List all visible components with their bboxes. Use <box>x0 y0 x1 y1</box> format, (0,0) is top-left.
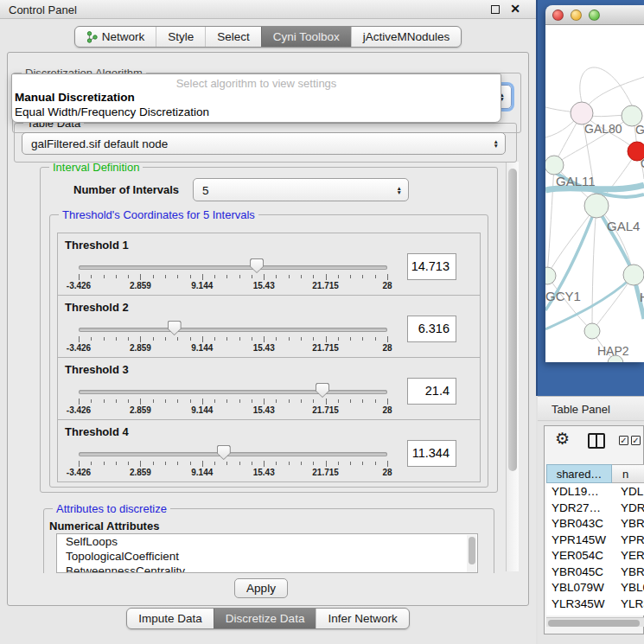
network-icon <box>86 31 98 43</box>
checkbox-icon[interactable]: ✓ <box>631 436 641 445</box>
cell-name[interactable]: YLR3 <box>612 596 644 612</box>
cell-name[interactable]: YPR1 <box>612 532 644 548</box>
numerical-attributes-list[interactable]: SelfLoopsTopologicalCoefficientBetweenne… <box>56 533 478 573</box>
slider-handle[interactable] <box>168 321 182 335</box>
cell-shared-name[interactable]: YIL052C <box>546 611 612 615</box>
tab-style[interactable]: Style <box>156 27 205 47</box>
threshold-value-field[interactable]: 21.4 <box>407 378 456 405</box>
slider-handle[interactable] <box>217 445 231 460</box>
close-icon[interactable]: ✕ <box>510 2 520 16</box>
table-row[interactable]: YBR043CYBR0 <box>546 515 644 532</box>
network-edge-highlighted[interactable] <box>545 277 632 329</box>
table-horizontal-scrollbar[interactable] <box>546 617 644 627</box>
minimize-traffic-light-icon[interactable] <box>571 10 582 21</box>
tab-label: Network <box>102 30 145 43</box>
table-data-combobox[interactable]: galFiltered.sif default node ▲▼ <box>22 132 506 155</box>
table-scrollbar-thumb[interactable] <box>548 620 640 627</box>
table-row[interactable]: YLR345WYLR3 <box>546 596 644 612</box>
attribute-item-topologicalcoefficient[interactable]: TopologicalCoefficient <box>57 549 477 564</box>
table-row[interactable]: YBR045CYBR0 <box>546 564 644 580</box>
tab-label: Style <box>168 30 194 43</box>
column-header-shared-name[interactable]: shared… <box>546 464 612 483</box>
tab-infer-network[interactable]: Infer Network <box>316 609 408 628</box>
slider-track[interactable] <box>79 265 387 270</box>
cell-shared-name[interactable]: YER054C <box>546 547 612 564</box>
apply-button[interactable]: Apply <box>234 578 288 598</box>
cell-name[interactable]: YBR0 <box>612 564 644 580</box>
cell-name[interactable]: YBR0 <box>612 515 644 532</box>
network-node-h[interactable] <box>623 265 644 285</box>
number-of-intervals-combobox[interactable]: 5 ▲▼ <box>193 178 409 201</box>
columns-icon[interactable] <box>588 433 605 449</box>
attribute-item-betweennesscentrality[interactable]: BetweennessCentrality <box>57 564 477 573</box>
network-node-hap2[interactable] <box>584 323 600 339</box>
tick-mark <box>387 274 388 280</box>
tick-mark <box>214 275 215 278</box>
network-edge[interactable] <box>580 67 632 105</box>
network-edge[interactable] <box>547 276 592 331</box>
table-row[interactable]: YBL079WYBL0 <box>546 579 644 596</box>
list-scrollbar-thumb[interactable] <box>469 537 475 564</box>
network-node-gcy1[interactable] <box>545 267 556 284</box>
tab-jactivemnodules[interactable]: jActiveMNodules <box>351 27 462 47</box>
cell-name[interactable]: YDL1 <box>612 483 644 500</box>
threshold-value-field[interactable]: 11.344 <box>407 440 456 467</box>
tab-select[interactable]: Select <box>205 27 261 47</box>
network-window-titlebar[interactable] <box>545 5 644 25</box>
checkbox-icon[interactable]: ✓ <box>619 436 628 445</box>
network-edge[interactable] <box>547 165 554 276</box>
tab-cyni-toolbox[interactable]: Cyni Toolbox <box>261 27 351 47</box>
slider-tick-labels: -3.4262.8599.14415.4321.71528 <box>79 468 387 478</box>
cell-shared-name[interactable]: YDR27… <box>546 500 612 516</box>
tick-label: 21.715 <box>312 343 339 353</box>
slider-track[interactable] <box>79 328 387 332</box>
table-row[interactable]: YPR145WYPR1 <box>546 532 644 548</box>
slider-track[interactable] <box>79 390 387 394</box>
network-edge[interactable] <box>592 206 596 331</box>
cell-shared-name[interactable]: YBR045C <box>546 564 612 580</box>
threshold-value-field[interactable]: 14.713 <box>407 253 456 280</box>
tick-mark <box>313 337 314 341</box>
network-node-gal4[interactable] <box>584 194 609 218</box>
tick-mark <box>116 337 117 341</box>
popup-item-equal-width-frequency-discretization[interactable]: Equal Width/Frequency Discretization <box>12 105 501 120</box>
network-node-gal11[interactable] <box>545 156 564 175</box>
panel-scrollbar-thumb[interactable] <box>508 169 517 471</box>
gear-icon[interactable]: ⚙ <box>555 429 570 449</box>
slider-handle[interactable] <box>250 258 264 273</box>
panel-scrollbar[interactable] <box>506 162 519 571</box>
slider-handle[interactable] <box>316 383 329 398</box>
network-canvas[interactable]: GAL80GACGAL11GAL4GCY1HHAP2 <box>545 25 644 362</box>
column-header-name[interactable]: n <box>612 464 644 483</box>
threshold-label: Threshold 4 <box>65 425 129 438</box>
slider-track[interactable] <box>79 452 387 456</box>
float-window-icon[interactable] <box>491 5 500 14</box>
tab-network[interactable]: Network <box>75 27 156 47</box>
cell-shared-name[interactable]: YPR145W <box>546 532 612 548</box>
popup-item-manual-discretization[interactable]: Manual Discretization <box>12 91 501 105</box>
cell-shared-name[interactable]: YLR345W <box>546 596 612 612</box>
list-scrollbar[interactable] <box>467 535 476 573</box>
table-row[interactable]: YDR27…YDR2 <box>546 500 644 516</box>
top-tab-bar: NetworkStyleSelectCyni ToolboxjActiveMNo… <box>0 26 536 48</box>
threshold-value-field[interactable]: 6.316 <box>407 316 456 342</box>
cell-name[interactable]: YER0 <box>612 547 644 564</box>
table-row[interactable]: YIL052CYIL0 <box>546 611 644 615</box>
cell-name[interactable]: YDR2 <box>612 500 644 516</box>
attribute-item-selfloops[interactable]: SelfLoops <box>57 534 477 549</box>
close-traffic-light-icon[interactable] <box>552 10 564 21</box>
table-row[interactable]: YER054CYER0 <box>546 547 644 564</box>
cell-name[interactable]: YBL0 <box>612 579 644 596</box>
tick-mark <box>116 275 117 278</box>
table-row[interactable]: YDL19…YDL1 <box>546 483 644 500</box>
tab-impute-data[interactable]: Impute Data <box>127 609 214 628</box>
combo-value: galFiltered.sif default node <box>31 137 168 150</box>
cell-name[interactable]: YIL0 <box>612 611 644 615</box>
cell-shared-name[interactable]: YBR043C <box>546 515 612 532</box>
zoom-traffic-light-icon[interactable] <box>589 10 600 21</box>
popup-placeholder-item[interactable]: Select algorithm to view settings <box>12 74 501 91</box>
tick-mark <box>177 337 178 341</box>
tab-discretize-data[interactable]: Discretize Data <box>214 609 316 628</box>
cell-shared-name[interactable]: YBL079W <box>546 579 612 596</box>
cell-shared-name[interactable]: YDL19… <box>546 483 612 500</box>
